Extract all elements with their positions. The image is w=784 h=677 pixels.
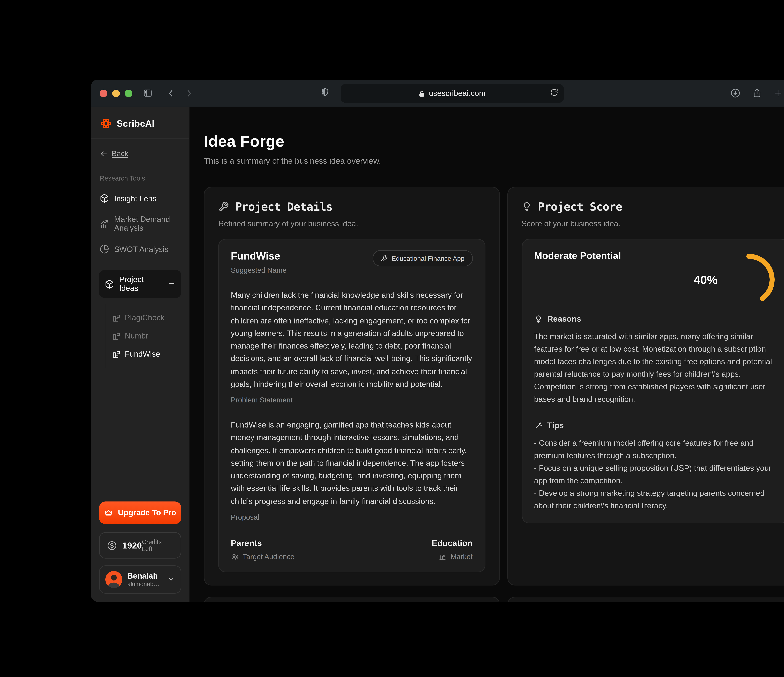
project-list: PlagiCheck Numbr FundWise	[105, 304, 181, 368]
sidebar-item-insight-lens[interactable]: Insight Lens	[100, 194, 180, 203]
package-icon	[100, 194, 109, 203]
category-badge: Educational Finance App	[373, 250, 473, 266]
new-tab-icon[interactable]	[773, 89, 783, 98]
address-bar[interactable]: usescribeai.com	[340, 84, 563, 103]
project-details-card: Project Details Refined summary of your …	[204, 187, 499, 585]
main-content: Idea Forge This is a summary of the busi…	[190, 107, 784, 602]
user-menu[interactable]: Benaiah alumonabenaiah71@gma...	[99, 565, 181, 594]
wand-sparkles-icon	[534, 421, 542, 429]
sidebar-item-label: SWOT Analysis	[114, 245, 168, 253]
toolbar-right-actions	[730, 88, 784, 98]
wrench-icon	[381, 255, 388, 262]
blocks-icon	[112, 314, 120, 322]
market-value: Education	[432, 538, 473, 548]
sidebar-group-project-ideas[interactable]: Project Ideas	[99, 270, 181, 298]
traffic-lights	[100, 89, 132, 97]
project-label: PlagiCheck	[125, 314, 165, 322]
sidebar-item-numbr[interactable]: Numbr	[112, 332, 181, 340]
score-gauge: 40%	[685, 250, 779, 315]
credits-value: 1920	[122, 540, 142, 550]
back-icon[interactable]	[167, 89, 176, 98]
minus-icon[interactable]	[168, 279, 176, 289]
download-icon[interactable]	[730, 88, 741, 98]
chevron-down-icon	[168, 574, 175, 585]
wrench-icon	[218, 201, 229, 212]
project-label: FundWise	[125, 350, 160, 359]
page-title: Idea Forge	[204, 132, 784, 151]
tips-section: Tips - Consider a freemium model offerin…	[534, 421, 776, 512]
upgrade-to-pro-button[interactable]: Upgrade To Pro	[99, 502, 181, 524]
close-window-button[interactable]	[100, 89, 107, 97]
dollar-circle-icon	[107, 540, 117, 551]
lightbulb-icon	[521, 201, 532, 212]
market-icon	[439, 553, 447, 561]
user-name: Benaiah	[127, 572, 162, 581]
divider	[91, 138, 190, 138]
monetization-card: USD Monetization Model Suggested monetiz…	[204, 596, 499, 602]
problem-statement-label: Problem Statement	[231, 396, 473, 404]
tip-item: - Develop a strong marketing strategy ta…	[534, 487, 776, 512]
sidebar-item-plagicheck[interactable]: PlagiCheck	[112, 314, 181, 322]
market-chart-icon	[100, 219, 109, 228]
reasons-title: Reasons	[547, 314, 581, 323]
browser-toolbar: usescribeai.com	[91, 79, 784, 107]
faq-card: FAQ Here are some common questions about…	[507, 596, 784, 602]
back-link[interactable]: Back	[100, 149, 180, 158]
reasons-text: The market is saturated with similar app…	[534, 330, 776, 405]
problem-statement-text: Many children lack the financial knowled…	[231, 289, 473, 391]
browser-window: usescribeai.com	[91, 79, 784, 602]
forward-icon[interactable]	[184, 89, 193, 98]
lock-icon	[418, 89, 425, 98]
users-icon	[231, 553, 239, 561]
upgrade-label: Upgrade To Pro	[118, 508, 176, 517]
project-score-panel: Moderate Potential 40%	[521, 239, 784, 523]
sidebar-item-fundwise[interactable]: FundWise	[112, 350, 181, 359]
credits-label: Credits Left	[142, 539, 174, 552]
sidebar-toggle-icon[interactable]	[142, 89, 153, 98]
crown-icon	[104, 508, 113, 517]
sidebar-item-swot[interactable]: SWOT Analysis	[100, 244, 180, 254]
suggested-name: FundWise	[231, 250, 287, 262]
pie-chart-icon	[100, 244, 109, 254]
tip-item: - Focus on a unique selling proposition …	[534, 462, 776, 487]
blocks-icon	[112, 332, 120, 340]
url-text: usescribeai.com	[429, 89, 485, 98]
card-subtitle: Refined summary of your business idea.	[218, 219, 485, 228]
project-label: Numbr	[125, 332, 148, 340]
card-subtitle: Score of your business idea.	[521, 219, 784, 228]
lightbulb-icon	[534, 314, 542, 323]
proposal-text: FundWise is an engaging, gamified app th…	[231, 419, 473, 508]
section-label: Research Tools	[100, 174, 180, 182]
category-badge-label: Educational Finance App	[392, 255, 464, 262]
shield-icon[interactable]	[320, 87, 329, 99]
suggested-name-label: Suggested Name	[231, 266, 287, 274]
score-percent: 40%	[694, 273, 717, 287]
scribeai-logo-icon	[100, 117, 112, 130]
zoom-window-button[interactable]	[125, 89, 132, 97]
sidebar-item-label: Market Demand Analysis	[114, 215, 180, 233]
project-score-card: Project Score Score of your business ide…	[507, 187, 784, 585]
blocks-icon	[112, 350, 120, 358]
arrow-left-icon	[100, 149, 108, 158]
screen: usescribeai.com	[0, 0, 784, 677]
tip-item: - Consider a freemium model offering cor…	[534, 437, 776, 462]
target-audience-value: Parents	[231, 538, 294, 548]
reload-icon[interactable]	[550, 88, 558, 99]
share-icon[interactable]	[752, 88, 762, 98]
sidebar-item-market-demand[interactable]: Market Demand Analysis	[100, 215, 180, 233]
user-email: alumonabenaiah71@gma...	[127, 581, 162, 587]
brand: ScribeAI	[99, 116, 181, 130]
sidebar-group-label: Project Ideas	[119, 275, 163, 293]
package-icon	[105, 279, 114, 289]
sidebar-item-label: Insight Lens	[114, 194, 157, 203]
project-details-panel: FundWise Suggested Name Educational Fina…	[218, 239, 485, 572]
reasons-section: Reasons The market is saturated with sim…	[534, 314, 776, 405]
back-label: Back	[112, 149, 128, 158]
brand-name: ScribeAI	[117, 118, 155, 129]
user-meta: Benaiah alumonabenaiah71@gma...	[127, 572, 162, 587]
card-title: Project Score	[538, 200, 622, 213]
proposal-label: Proposal	[231, 513, 473, 521]
avatar	[105, 571, 122, 588]
target-audience-label: Target Audience	[243, 553, 294, 561]
minimize-window-button[interactable]	[112, 89, 120, 97]
